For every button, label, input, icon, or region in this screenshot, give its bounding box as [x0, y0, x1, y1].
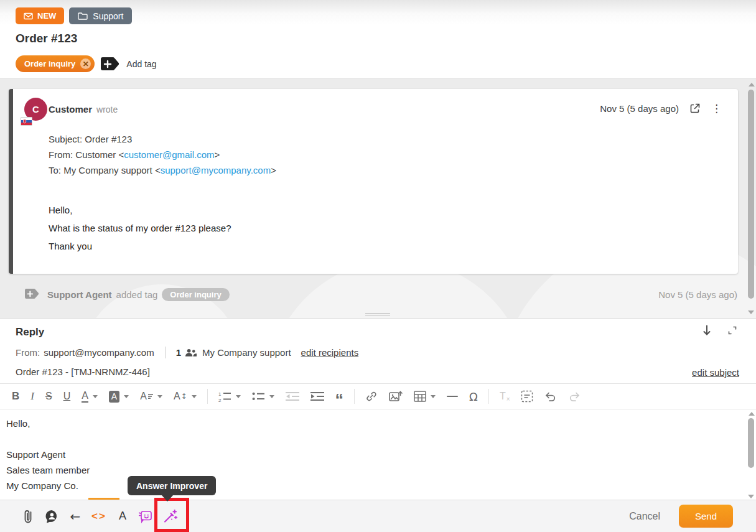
- back-arrow-icon: ←: [70, 509, 81, 524]
- reply-title: Reply: [16, 326, 44, 338]
- outdent-icon: [286, 391, 299, 401]
- scroll-down-arrow[interactable]: [748, 495, 754, 498]
- chevron-down-icon: [124, 395, 129, 401]
- insert-table-button[interactable]: [408, 387, 441, 406]
- department-label: Support: [93, 11, 123, 21]
- editor-line: Sales team member: [6, 462, 746, 478]
- text-format-button[interactable]: A: [111, 504, 134, 529]
- scroll-up-arrow[interactable]: [749, 83, 755, 86]
- email-headers: Subject: Order #123 From: Customer <cust…: [49, 131, 276, 178]
- to-suffix: >: [271, 165, 276, 175]
- chevron-down-icon: [192, 395, 197, 401]
- bold-button[interactable]: B: [6, 387, 25, 406]
- author-name: Customer: [49, 104, 92, 114]
- omega-icon: Ω: [469, 390, 478, 403]
- image-upload-icon: [389, 390, 403, 403]
- chevron-down-icon: [236, 395, 241, 401]
- special-character-button[interactable]: Ω: [464, 387, 483, 406]
- tag-label: Order inquiry: [24, 59, 75, 68]
- redo-icon: [568, 391, 581, 401]
- edit-subject-link[interactable]: edit subject: [692, 367, 739, 378]
- ordered-list-button[interactable]: 1 2: [213, 387, 246, 406]
- underline-button[interactable]: U: [58, 387, 77, 406]
- event-tag-pill: Order inquiry: [162, 288, 229, 301]
- canned-messages-button[interactable]: [40, 504, 63, 529]
- expand-icon: [727, 325, 737, 335]
- cancel-button[interactable]: Cancel: [629, 511, 660, 522]
- reply-panel: Reply From: support@mycompany.com 1: [0, 318, 756, 532]
- email-body-line: Thank you: [49, 237, 231, 255]
- clear-formatting-button[interactable]: T×: [494, 387, 515, 406]
- email-body-line: Hello,: [49, 201, 231, 219]
- add-tag-button[interactable]: [101, 57, 119, 70]
- scroll-up-arrow[interactable]: [749, 412, 755, 416]
- external-link-icon: [689, 103, 701, 114]
- from-label: From:: [16, 347, 40, 358]
- answer-improver-tooltip: Answer Improver: [128, 476, 216, 495]
- reply-editor[interactable]: Hello, Support Agent Sales team member M…: [0, 410, 746, 501]
- bullet-list-button[interactable]: [246, 387, 280, 406]
- department-button[interactable]: Support: [69, 7, 132, 24]
- paperclip-icon: [23, 508, 33, 525]
- scrollbar-thumb[interactable]: [748, 418, 754, 468]
- from-suffix: >: [215, 149, 220, 160]
- redo-button[interactable]: [562, 387, 586, 406]
- font-size-button[interactable]: A ↕: [168, 387, 202, 406]
- chevron-down-icon: [93, 395, 98, 401]
- font-family-button[interactable]: A: [134, 387, 168, 406]
- event-agent-name: Support Agent: [47, 289, 112, 300]
- expand-reply-button[interactable]: [727, 325, 737, 335]
- recipients-icon: [185, 348, 197, 357]
- scrollbar-thumb[interactable]: [748, 90, 754, 299]
- to-email-link[interactable]: support@mycompany.com: [161, 165, 271, 175]
- remove-tag-icon[interactable]: ✕: [80, 58, 91, 69]
- email-subject-line: Subject: Order #123: [49, 131, 276, 147]
- undo-button[interactable]: [539, 387, 562, 406]
- ticket-thread: C Customer wrote Nov 5 (5 days ago): [0, 79, 756, 318]
- select-all-icon: [521, 390, 533, 403]
- message-menu-button[interactable]: ⋮: [711, 103, 722, 114]
- scroll-down-arrow[interactable]: [748, 310, 754, 314]
- horizontal-rule-button[interactable]: [441, 387, 464, 406]
- sticker-button[interactable]: [134, 504, 158, 529]
- kebab-menu-icon: ⋮: [711, 103, 722, 114]
- editor-line: Support Agent: [6, 447, 746, 462]
- insert-image-button[interactable]: [383, 387, 408, 406]
- select-all-button[interactable]: [515, 387, 539, 406]
- editor-scrollbar[interactable]: [747, 410, 756, 500]
- indent-button[interactable]: [305, 387, 330, 406]
- from-prefix: From: Customer <: [49, 149, 124, 160]
- editor-line: [6, 431, 746, 447]
- status-new-button[interactable]: NEW: [16, 7, 64, 24]
- open-in-new-window-button[interactable]: [689, 103, 701, 114]
- formatting-toolbar: B I S U A A A A ↕ 1 2: [0, 383, 756, 409]
- font-color-button[interactable]: A: [76, 387, 103, 406]
- quote-original-button[interactable]: ←: [63, 504, 87, 529]
- insert-link-button[interactable]: [360, 387, 383, 406]
- tag-order-inquiry[interactable]: Order inquiry ✕: [16, 55, 95, 72]
- ordered-list-icon: 1 2: [218, 391, 231, 402]
- thread-resize-handle[interactable]: [365, 313, 390, 317]
- tag-row: Order inquiry ✕ Add tag: [16, 55, 157, 72]
- from-email-link[interactable]: customer@gmail.com: [124, 149, 214, 160]
- blockquote-button[interactable]: “: [330, 387, 350, 406]
- toolbar-separator: [354, 389, 355, 404]
- down-arrow-icon: [702, 325, 711, 336]
- outdent-button[interactable]: [280, 387, 305, 406]
- html-code-button[interactable]: <>: [87, 504, 111, 529]
- send-button[interactable]: Send: [679, 505, 733, 528]
- email-body-line: What is the status of my order #123 plea…: [49, 219, 231, 237]
- chevron-down-icon: [157, 395, 162, 401]
- chevron-down-icon: [269, 395, 274, 401]
- table-icon: [414, 391, 426, 402]
- collapse-reply-button[interactable]: [702, 325, 711, 336]
- edit-recipients-link[interactable]: edit recipients: [301, 347, 359, 358]
- highlight-color-button[interactable]: A: [103, 387, 134, 406]
- slovakia-flag-icon: [21, 117, 32, 126]
- attach-file-button[interactable]: [16, 504, 40, 529]
- thread-scrollbar[interactable]: [747, 82, 756, 315]
- strikethrough-button[interactable]: S: [40, 387, 58, 406]
- composer-tools: ← <> A: [0, 504, 182, 529]
- answer-improver-button[interactable]: [158, 504, 182, 529]
- italic-button[interactable]: I: [25, 387, 40, 406]
